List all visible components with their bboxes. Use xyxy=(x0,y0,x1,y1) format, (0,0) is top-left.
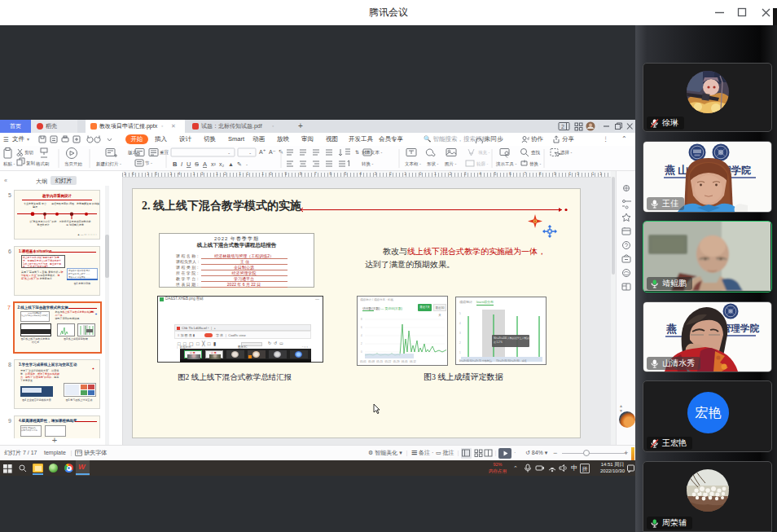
svg-text:0: 0 xyxy=(361,350,362,354)
svg-text:⇅: ⇅ xyxy=(355,150,359,155)
svg-text:剪切: 剪切 xyxy=(24,150,33,156)
svg-text:4: 4 xyxy=(361,334,362,337)
svg-text:x²: x² xyxy=(211,161,217,167)
svg-text:燕 山: 燕 山 xyxy=(664,164,688,176)
svg-text:S: S xyxy=(195,160,199,168)
svg-text:6: 6 xyxy=(361,326,362,329)
svg-text:90<=X<=100 人数占比(学生人数)占: 90<=X<=100 人数占比(学生人数)占 xyxy=(494,336,529,340)
svg-text:B: B xyxy=(173,160,178,168)
svg-text:图片 -: 图片 - xyxy=(445,161,457,167)
svg-text:2: 2 xyxy=(561,124,564,130)
svg-text:✎: ✎ xyxy=(237,161,242,167)
svg-text:转换 -: 转换 - xyxy=(362,161,374,167)
svg-text:复制: 复制 xyxy=(26,160,36,166)
svg-text:U: U xyxy=(187,160,191,168)
svg-text:x₂: x₂ xyxy=(219,161,225,167)
svg-text:▲: ▲ xyxy=(228,161,234,167)
svg-text:A: A xyxy=(203,160,207,168)
svg-text:节 -: 节 - xyxy=(145,160,152,165)
svg-text:当页开始: 当页开始 xyxy=(64,161,83,167)
svg-text:-: - xyxy=(249,150,252,156)
svg-text:形状 -: 形状 - xyxy=(427,161,439,166)
svg-text:填充 -: 填充 - xyxy=(478,150,490,156)
svg-text:新建幻灯片 -: 新建幻灯片 - xyxy=(96,161,121,167)
svg-text:查找: 查找 xyxy=(531,150,541,155)
svg-text:2: 2 xyxy=(361,342,362,345)
svg-text:3: 3 xyxy=(459,332,461,335)
svg-text:比 1.2 %: 比 1.2 % xyxy=(494,341,503,344)
svg-text:轮廓 -: 轮廓 - xyxy=(476,161,489,167)
svg-text:对齐文本 -: 对齐文本 - xyxy=(362,150,383,155)
svg-text:4: 4 xyxy=(459,322,461,325)
svg-text:版式 -: 版式 - xyxy=(128,150,140,156)
svg-text:燕: 燕 xyxy=(665,323,677,335)
svg-text:5: 5 xyxy=(459,312,461,315)
svg-text:-: - xyxy=(246,162,248,167)
svg-text:文本框 -: 文本框 - xyxy=(405,161,421,166)
svg-text:-: - xyxy=(228,150,230,156)
svg-text:演示工具 -: 演示工具 - xyxy=(495,161,517,167)
svg-text:8: 8 xyxy=(361,318,362,321)
svg-text:重置: 重置 xyxy=(160,150,169,155)
svg-text:A⁻: A⁻ xyxy=(269,149,276,155)
svg-text:A⁺: A⁺ xyxy=(259,149,266,155)
svg-text:I: I xyxy=(181,160,182,168)
svg-text:1: 1 xyxy=(459,351,461,354)
svg-text:格式刷: 格式刷 xyxy=(35,161,50,167)
svg-text:选择 -: 选择 - xyxy=(560,150,573,156)
svg-text:2: 2 xyxy=(459,341,461,345)
svg-text:粘贴 -: 粘贴 - xyxy=(3,161,15,167)
svg-text:替换 -: 替换 - xyxy=(529,161,542,167)
